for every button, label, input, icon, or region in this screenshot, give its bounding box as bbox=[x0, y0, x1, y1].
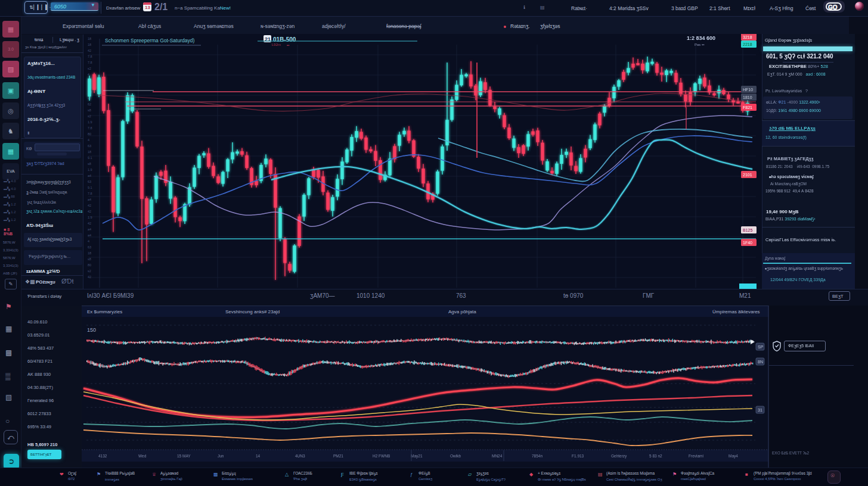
svg-text:4132: 4132 bbox=[98, 454, 107, 458]
svg-text:15 MAY: 15 MAY bbox=[177, 454, 191, 458]
svg-text:a4: a4 bbox=[88, 198, 91, 201]
svg-text:1F40: 1F40 bbox=[743, 241, 752, 245]
svg-text:4UN3: 4UN3 bbox=[295, 454, 305, 458]
svg-text:H2 FWNB: H2 FWNB bbox=[373, 454, 390, 458]
svg-text:80: 80 bbox=[88, 263, 91, 267]
svg-text:7.8: 7.8 bbox=[88, 61, 92, 64]
svg-text:May21: May21 bbox=[411, 454, 423, 459]
svg-text:62: 62 bbox=[88, 102, 91, 106]
svg-text:Wed: Wed bbox=[138, 454, 147, 458]
svg-text:PM21: PM21 bbox=[333, 454, 343, 458]
svg-text:1.9: 1.9 bbox=[88, 216, 92, 219]
svg-text:63: 63 bbox=[88, 180, 91, 183]
svg-text:18: 18 bbox=[88, 43, 91, 46]
svg-text:Schonmen Spreeperma Got-Satu: Schonmen Spreeperma Got-Saturdayd) bbox=[105, 38, 194, 43]
svg-text:Pas ▪▪: Pas ▪▪ bbox=[695, 43, 704, 46]
svg-text:Jun: Jun bbox=[218, 454, 224, 458]
svg-text:SP: SP bbox=[758, 345, 764, 349]
svg-text:F821: F821 bbox=[743, 105, 752, 110]
svg-text:a4: a4 bbox=[88, 228, 91, 231]
svg-text:80: 80 bbox=[88, 132, 91, 136]
svg-text:L92m: L92m bbox=[272, 43, 281, 46]
svg-text:s2: s2 bbox=[88, 114, 91, 118]
svg-text:5 83 n2: 5 83 n2 bbox=[649, 454, 662, 458]
svg-text:s2: s2 bbox=[88, 67, 91, 70]
svg-text:1:2 834 600: 1:2 834 600 bbox=[687, 35, 715, 41]
svg-text:s8: s8 bbox=[88, 108, 91, 112]
svg-text:4: 4 bbox=[88, 138, 89, 142]
svg-text:HF10: HF10 bbox=[743, 88, 753, 92]
svg-text:s8: s8 bbox=[88, 162, 91, 166]
svg-text:F1.913: F1.913 bbox=[572, 454, 584, 458]
svg-text:2218: 2218 bbox=[743, 42, 752, 46]
svg-text:01B-500: 01B-500 bbox=[273, 36, 296, 43]
svg-text:42: 42 bbox=[88, 204, 91, 207]
svg-text:Owlkb: Owlkb bbox=[450, 454, 461, 458]
svg-text:7854n: 7854n bbox=[532, 454, 542, 458]
svg-text:Ümpiremas älktevares: Ümpiremas älktevares bbox=[712, 309, 760, 314]
svg-text:14: 14 bbox=[256, 454, 261, 458]
svg-text:Ex $ummaryzies: Ex $ummaryzies bbox=[87, 309, 122, 314]
svg-text:42: 42 bbox=[88, 49, 91, 52]
svg-text:1.9: 1.9 bbox=[88, 120, 92, 124]
svg-text:a4: a4 bbox=[88, 233, 91, 237]
svg-text:7.8: 7.8 bbox=[88, 55, 92, 58]
svg-text:2101: 2101 bbox=[743, 173, 752, 177]
svg-text:1.9: 1.9 bbox=[88, 168, 92, 172]
svg-text:s2: s2 bbox=[88, 269, 91, 273]
svg-text:63: 63 bbox=[88, 245, 91, 249]
svg-text:18: 18 bbox=[88, 37, 91, 40]
svg-text:MN24: MN24 bbox=[492, 454, 503, 458]
svg-text:3218: 3218 bbox=[743, 35, 752, 39]
svg-text:GO: GO bbox=[828, 4, 838, 11]
svg-text:63: 63 bbox=[88, 144, 91, 148]
svg-text:7.8: 7.8 bbox=[88, 192, 92, 195]
svg-text:Sevshincung anks# 23ajd: Sevshincung anks# 23ajd bbox=[225, 309, 280, 314]
svg-text:8N: 8N bbox=[758, 360, 763, 364]
svg-text:B125: B125 bbox=[743, 228, 752, 232]
svg-text:a4: a4 bbox=[88, 174, 91, 177]
svg-text:18: 18 bbox=[88, 150, 91, 154]
svg-text:9.1: 9.1 bbox=[88, 186, 92, 189]
svg-text:42: 42 bbox=[88, 222, 91, 225]
svg-text:Gehterzy: Gehterzy bbox=[611, 454, 627, 459]
svg-text:4: 4 bbox=[88, 239, 89, 243]
svg-text:31: 31 bbox=[758, 408, 762, 412]
svg-text:Freviami: Freviami bbox=[689, 454, 703, 458]
svg-text:7.8: 7.8 bbox=[88, 126, 92, 130]
svg-text:▪▪: ▪▪ bbox=[287, 43, 289, 47]
svg-text:1810: 1810 bbox=[743, 95, 752, 99]
svg-text:42: 42 bbox=[88, 275, 91, 279]
svg-text:s8: s8 bbox=[88, 257, 91, 261]
svg-text:Agva põhjata: Agva põhjata bbox=[448, 309, 476, 314]
svg-text:May4: May4 bbox=[728, 454, 738, 459]
svg-text:150: 150 bbox=[87, 327, 96, 333]
svg-text:9.1: 9.1 bbox=[88, 156, 92, 160]
svg-text:42: 42 bbox=[88, 210, 91, 213]
svg-text:18: 18 bbox=[88, 251, 91, 255]
